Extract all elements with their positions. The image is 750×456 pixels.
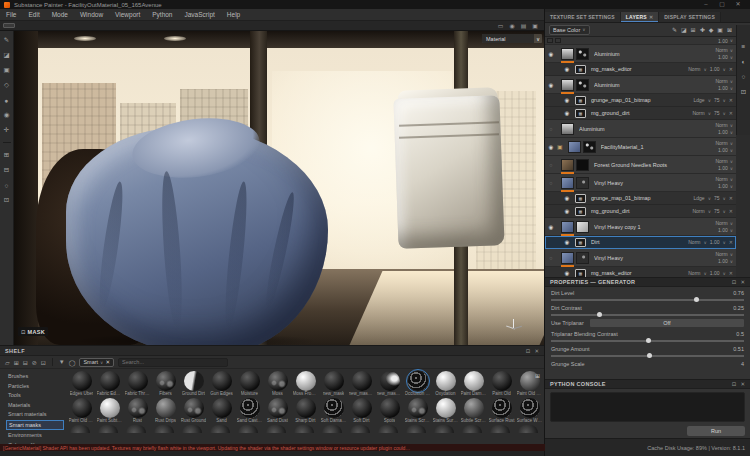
- menu-python[interactable]: Python: [146, 11, 178, 18]
- grid-view-icon[interactable]: ⊞: [535, 372, 540, 379]
- pin-panel-icon[interactable]: ⊡: [732, 279, 737, 285]
- shelf-item[interactable]: Paint Old S...: [68, 398, 95, 424]
- layer-row[interactable]: ○Forest Ground Needles RootsNorm∨1.00∨: [545, 156, 736, 174]
- mask-indicator[interactable]: ⊡ MASK: [18, 327, 48, 336]
- shelf-search-input[interactable]: [118, 358, 228, 367]
- smudge-tool-icon[interactable]: ●: [2, 95, 12, 105]
- blend-mode-dropdown[interactable]: Norm∨: [715, 220, 733, 226]
- camera-icon[interactable]: ◉: [509, 21, 514, 31]
- shelf-category-smart-masks[interactable]: Smart masks: [6, 420, 64, 430]
- maximize-button[interactable]: ▢: [714, 0, 730, 9]
- add-effect-icon[interactable]: ⊞: [691, 26, 696, 33]
- visibility-toggle-icon[interactable]: ◉: [561, 97, 573, 103]
- effect-row[interactable]: ◉▦DirtNorm∨1.00∨✕: [545, 236, 736, 249]
- viewport-display-mode-dropdown[interactable]: Material ∨: [482, 34, 542, 43]
- close-panel-icon[interactable]: ✕: [534, 348, 539, 354]
- shelf-item[interactable]: Moss From ...: [292, 371, 319, 397]
- property-slider[interactable]: [551, 353, 744, 358]
- shelf-item[interactable]: Soft Damage: [320, 398, 347, 424]
- tab-layers[interactable]: LAYERS✕: [621, 12, 659, 22]
- visibility-toggle-icon[interactable]: ◉: [561, 239, 573, 245]
- clone-tool-icon[interactable]: ◉: [2, 110, 12, 120]
- layer-row-partial[interactable]: 1.00∨: [545, 37, 736, 45]
- shelf-item[interactable]: new_mask_2: [376, 371, 403, 397]
- shelf-item[interactable]: Fabric Thread: [124, 371, 151, 397]
- shelf-item[interactable]: Rust: [124, 398, 151, 424]
- export-icon[interactable]: ⊡: [41, 359, 46, 366]
- remove-effect-icon[interactable]: ✕: [729, 239, 733, 245]
- shelf-category-smart-materials[interactable]: Smart materials: [6, 410, 64, 418]
- layer-row[interactable]: ○Vinyl HeavyNorm∨1.00∨: [545, 249, 736, 267]
- polygon-fill-tool-icon[interactable]: ◇: [2, 80, 12, 90]
- shelf-category-tools[interactable]: Tools: [6, 391, 64, 399]
- layer-row[interactable]: ◉▣FacilityMaterial_1Norm∨1.00∨: [545, 138, 736, 156]
- slider-knob[interactable]: [694, 297, 699, 302]
- shelf-item[interactable]: Fibers: [152, 371, 179, 397]
- shelf-item[interactable]: Sand: [208, 398, 235, 424]
- blend-mode-dropdown[interactable]: Norm∨: [715, 78, 733, 84]
- blend-mode-dropdown[interactable]: Norm∨: [715, 47, 733, 53]
- opacity-dropdown[interactable]: 1.00∨: [718, 227, 733, 233]
- material-picker-tool-icon[interactable]: ✛: [2, 125, 12, 135]
- visibility-toggle-icon[interactable]: ◉: [545, 144, 557, 150]
- hide-icon[interactable]: ⊘: [32, 359, 37, 366]
- menu-window[interactable]: Window: [74, 11, 109, 18]
- quick-mask-icon[interactable]: ⊞: [2, 150, 12, 160]
- shelf-category-particles[interactable]: Particles: [6, 382, 64, 390]
- opacity-dropdown[interactable]: 1.00∨: [718, 258, 733, 264]
- shelf-item[interactable]: Ground Dirt: [180, 371, 207, 397]
- shelf-item[interactable]: Surface Rust: [488, 398, 515, 424]
- blend-mode-dropdown[interactable]: Norm∨: [715, 251, 733, 257]
- opacity-dropdown[interactable]: 1.00∨: [718, 85, 733, 91]
- shelf-item[interactable]: Sand Castles: [236, 398, 263, 424]
- visibility-toggle-icon[interactable]: ○: [545, 255, 557, 261]
- shelf-item[interactable]: Spots: [376, 398, 403, 424]
- opacity-dropdown[interactable]: 1.00∨: [718, 54, 733, 60]
- tool-options-box[interactable]: [3, 23, 15, 28]
- menu-viewport[interactable]: Viewport: [109, 11, 146, 18]
- filter-ring-icon[interactable]: ◯: [69, 359, 76, 366]
- opacity-value[interactable]: 1.00∨: [718, 38, 733, 44]
- shelf-item[interactable]: Occlusion S...: [404, 371, 431, 397]
- slider-knob[interactable]: [647, 353, 652, 358]
- visibility-toggle-icon[interactable]: ◉: [545, 82, 557, 88]
- blend-mode-dropdown[interactable]: Norm∨: [715, 158, 733, 164]
- visibility-toggle-icon[interactable]: ◉: [561, 110, 573, 116]
- opacity-dropdown[interactable]: 1.00∨: [718, 147, 733, 153]
- visibility-toggle-icon[interactable]: ◉: [561, 208, 573, 214]
- shelf-item[interactable]: Rust Ground: [180, 398, 207, 424]
- menu-javascript[interactable]: JavaScript: [179, 11, 221, 18]
- shelf-item[interactable]: new_mask_1: [348, 371, 375, 397]
- shelf-item[interactable]: Soft Dirt: [348, 398, 375, 424]
- menu-mode[interactable]: Mode: [46, 11, 74, 18]
- panel-box-icon[interactable]: ⊡: [741, 88, 746, 96]
- duplicate-icon[interactable]: ⊟: [23, 359, 28, 366]
- visibility-toggle-icon[interactable]: ○: [545, 180, 557, 186]
- filter-funnel-icon[interactable]: ▼: [59, 359, 65, 365]
- visibility-toggle-icon[interactable]: ◉: [545, 51, 557, 57]
- remove-effect-icon[interactable]: ✕: [729, 270, 733, 276]
- folder-icon[interactable]: ▱: [5, 359, 10, 366]
- effect-row[interactable]: ◉▦mg_mask_editorNorm∨1.00∨✕: [545, 63, 736, 76]
- lazy-mouse-icon[interactable]: ○: [2, 180, 12, 190]
- shelf-item[interactable]: Edges Uber: [68, 371, 95, 397]
- shelf-item[interactable]: Moisture: [236, 371, 263, 397]
- shelf-item[interactable]: Gun Edges: [208, 371, 235, 397]
- effect-row[interactable]: ◉▦grunge_map_01_bitmapLdge∨75∨✕: [545, 192, 736, 205]
- snapshot-icon[interactable]: ▤: [521, 21, 527, 31]
- display-settings-shortcut-icon[interactable]: ⊡: [2, 195, 12, 205]
- close-panel-icon[interactable]: ✕: [740, 279, 745, 285]
- edit-icon[interactable]: ✎: [672, 26, 677, 33]
- visibility-toggle-icon[interactable]: ◉: [561, 66, 573, 72]
- layer-row[interactable]: ◉AluminiumNorm∨1.00∨: [545, 76, 736, 94]
- shelf-item[interactable]: Paint Subtle...: [96, 398, 123, 424]
- shelf-category-brushes[interactable]: Brushes: [6, 372, 64, 380]
- shelf-category-materials[interactable]: Materials: [6, 401, 64, 409]
- layer-row[interactable]: ○Vinyl HeavyNorm∨1.00∨: [545, 174, 736, 192]
- pin-panel-icon[interactable]: ⊡: [526, 348, 531, 354]
- effect-row[interactable]: ◉▦mg_ground_dirtNorm∨75∨✕: [545, 107, 736, 120]
- slider-knob[interactable]: [646, 338, 651, 343]
- remove-effect-icon[interactable]: ✕: [729, 97, 733, 103]
- tab-texture-set-settings[interactable]: TEXTURE SET SETTINGS: [545, 12, 621, 22]
- panel-circle-icon[interactable]: ○: [742, 73, 746, 80]
